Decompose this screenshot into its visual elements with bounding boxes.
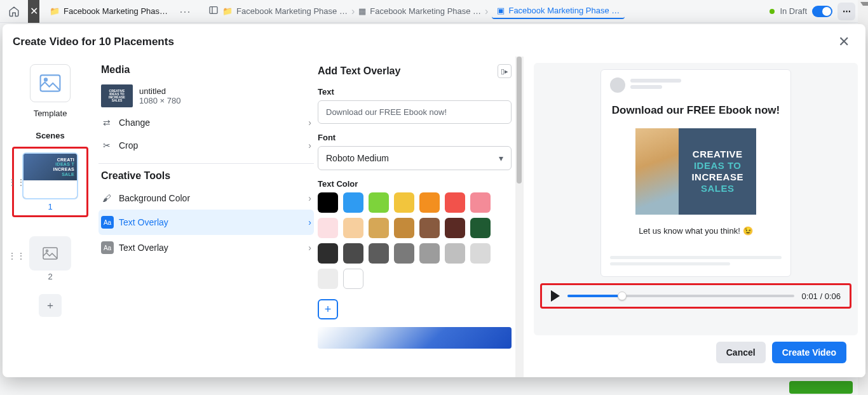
text-color-label: Text Color	[318, 179, 512, 189]
close-icon[interactable]: ✕	[835, 34, 853, 50]
color-swatch[interactable]	[470, 218, 491, 238]
crumb-grid[interactable]: ▦ Facebook Marketing Phase …	[358, 6, 481, 16]
left-sidebar: Template Scenes ⋮⋮ CREATIIDEAS TINCREASS…	[3, 57, 98, 377]
bg-color-tool[interactable]: 🖌 Background Color ›	[98, 187, 314, 210]
color-swatch[interactable]	[343, 192, 363, 213]
color-swatch[interactable]	[343, 269, 363, 289]
color-swatch[interactable]	[318, 218, 338, 238]
seek-knob[interactable]	[618, 291, 627, 300]
text-overlay-tool-2[interactable]: Aa Text Overlay ›	[98, 235, 314, 260]
sidebar-toggle-icon[interactable]	[208, 5, 219, 18]
time-label: 0:01 / 0:06	[802, 291, 841, 301]
doc-icon: ▣	[497, 6, 505, 15]
folder-icon: 📁	[50, 6, 60, 16]
crumb-label: Facebook Marketing Phase …	[236, 6, 348, 16]
preview-image: CREATIVE IDEAS TO INCREASE SALES	[635, 128, 756, 215]
draft-toggle[interactable]	[812, 6, 832, 17]
behind-green-button	[789, 381, 853, 394]
color-swatch[interactable]	[419, 218, 440, 238]
text-overlay-label: Text Overlay	[119, 217, 168, 227]
empty-scene-thumb	[29, 236, 71, 271]
scene-2[interactable]: ⋮⋮ 2	[9, 230, 92, 281]
seek-bar[interactable]	[567, 295, 794, 297]
font-value: Roboto Medium	[326, 153, 389, 163]
drag-handle-icon[interactable]: ⋮⋮	[8, 251, 25, 261]
color-swatch[interactable]	[445, 192, 465, 213]
color-swatch[interactable]	[318, 243, 338, 264]
color-swatch[interactable]	[318, 192, 338, 213]
svg-point-5	[46, 250, 48, 252]
cancel-button[interactable]: Cancel	[716, 342, 766, 363]
create-video-button[interactable]: Create Video	[772, 342, 846, 363]
chevron-right-icon: ›	[485, 6, 488, 17]
add-scene-button[interactable]: ＋	[39, 294, 62, 317]
color-swatch[interactable]	[445, 218, 465, 238]
overlay-text-input[interactable]	[318, 100, 512, 124]
color-swatch[interactable]	[394, 243, 414, 264]
folder-icon: 📁	[222, 6, 233, 16]
color-swatch[interactable]	[394, 192, 414, 213]
home-icon[interactable]	[5, 3, 23, 20]
create-video-modal: Create Video for 10 Placements ✕ Templat…	[3, 24, 865, 377]
placeholder-line	[610, 262, 730, 265]
avatar-placeholder	[610, 77, 625, 93]
scene-1[interactable]: ⋮⋮ CREATIIDEAS TINCREASSALE 1	[9, 147, 92, 217]
change-label: Change	[119, 117, 150, 128]
collapse-panel-icon[interactable]: ▯▸	[498, 64, 512, 78]
crop-media-button[interactable]: ✂ Crop ›	[98, 134, 314, 157]
color-swatch[interactable]	[470, 192, 491, 213]
crumb-folder[interactable]: 📁 Facebook Marketing Phase …	[222, 6, 348, 16]
color-swatch[interactable]	[419, 192, 440, 213]
chevron-right-icon: ›	[308, 193, 311, 203]
text-icon: Aa	[101, 241, 112, 254]
add-color-button[interactable]: +	[318, 299, 338, 319]
bg-color-label: Background Color	[119, 193, 190, 203]
modal-footer: Cancel Create Video	[534, 335, 858, 372]
play-button[interactable]	[551, 290, 560, 302]
panel-scrollbar[interactable]	[515, 57, 523, 377]
scene-thumb: CREATIIDEAS TINCREASSALE	[22, 152, 78, 199]
color-swatch[interactable]	[318, 269, 338, 289]
font-select[interactable]: Roboto Medium ▾	[318, 146, 512, 170]
color-swatch[interactable]	[394, 218, 414, 238]
svg-rect-0	[210, 6, 217, 13]
fb-preview-card: Download our FREE Ebook now! CREATIVE ID…	[600, 69, 791, 277]
template-card[interactable]	[30, 64, 71, 102]
divider	[98, 163, 314, 164]
tab-menu-icon[interactable]: ⋯	[179, 4, 191, 18]
drag-handle-icon[interactable]: ⋮⋮	[8, 177, 25, 187]
brush-icon: 🖌	[101, 193, 112, 203]
color-swatch[interactable]	[369, 243, 389, 264]
color-swatches: +	[318, 192, 512, 319]
grid-icon: ▦	[358, 6, 366, 16]
text-overlay-tool-active[interactable]: Aa Text Overlay ›	[98, 210, 314, 235]
media-heading: Media	[98, 64, 314, 81]
color-swatch[interactable]	[343, 243, 363, 264]
wink-emoji-icon: 😉	[743, 226, 753, 236]
top-chrome: ✕ 📁 Facebook Marketing Phas… ⋯ 📁 Faceboo…	[0, 0, 868, 23]
gradient-picker[interactable]	[318, 327, 512, 349]
modal-title: Create Video for 10 Placements	[13, 36, 174, 48]
text-overlay-label: Text Overlay	[119, 243, 168, 253]
color-swatch[interactable]	[369, 218, 389, 238]
text-icon: Aa	[101, 216, 112, 229]
scene-number: 2	[48, 272, 52, 281]
media-thumb: CREATIVEIDEAS TOINCREASESALES	[101, 84, 133, 107]
more-button[interactable]: ⋯	[837, 3, 855, 20]
chevron-right-icon: ›	[351, 6, 355, 17]
color-swatch[interactable]	[343, 218, 363, 238]
page-tab-label: Facebook Marketing Phas…	[64, 6, 168, 16]
text-field-label: Text	[318, 87, 512, 97]
color-swatch[interactable]	[470, 243, 491, 264]
crumb-label: Facebook Marketing Phase …	[508, 6, 620, 15]
status-label: In Draft	[780, 6, 807, 16]
close-tab-dark[interactable]: ✕	[28, 0, 39, 23]
placeholder-line	[630, 79, 681, 83]
color-swatch[interactable]	[419, 243, 440, 264]
crumb-active[interactable]: ▣ Facebook Marketing Phase …	[492, 3, 625, 19]
chevron-right-icon: ›	[308, 117, 311, 128]
color-swatch[interactable]	[369, 192, 389, 213]
color-swatch[interactable]	[445, 243, 465, 264]
page-tab[interactable]: 📁 Facebook Marketing Phas… ⋯	[44, 0, 196, 23]
change-media-button[interactable]: ⇄ Change ›	[98, 111, 314, 134]
